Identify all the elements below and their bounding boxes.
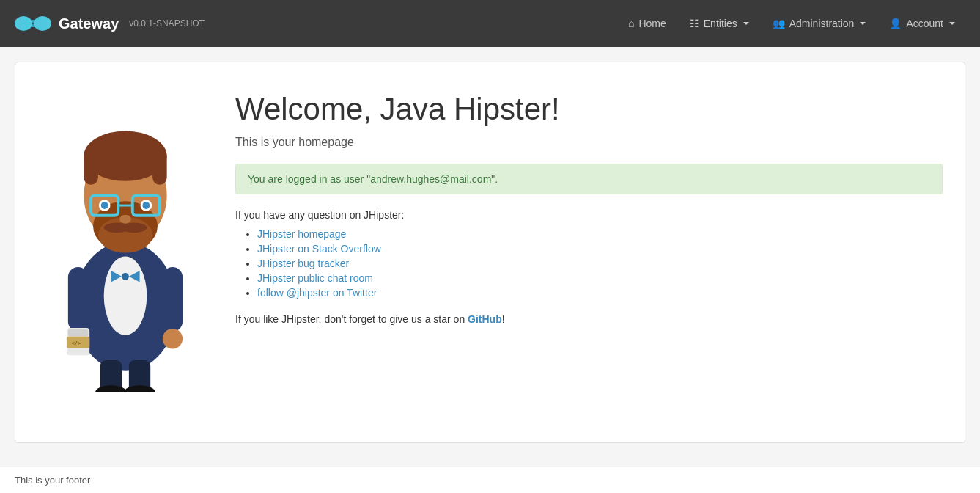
nav-label-entities: Entities [704,18,737,29]
svg-rect-11 [152,149,167,185]
mascot-image: </> [45,84,206,392]
list-item: JHipster bug tracker [257,258,943,269]
list-item: JHipster on Stack Overflow [257,243,943,255]
jhipster-stackoverflow-link[interactable]: JHipster on Stack Overflow [257,243,381,255]
svg-point-20 [142,202,150,209]
account-caret-icon [949,22,955,25]
brand-link[interactable]: Gateway v0.0.1-SNAPSHOT [15,9,205,38]
svg-point-21 [119,215,131,224]
github-text-before: If you like JHipster, don't forget to gi… [235,313,468,325]
svg-text:</>: </> [72,340,81,346]
administration-caret-icon [860,22,866,25]
nav-link-home[interactable]: ⌂ Home [618,12,677,35]
navbar: Gateway v0.0.1-SNAPSHOT ⌂ Home ☷ Entitie… [0,0,980,47]
brand-version: v0.0.1-SNAPSHOT [129,18,205,29]
svg-point-19 [101,202,108,209]
svg-point-1 [34,16,51,31]
svg-rect-10 [84,149,98,185]
nav-menu: ⌂ Home ☷ Entities 👥 Administration 👤 Acc… [618,12,965,35]
nav-link-account[interactable]: 👤 Account [879,12,965,35]
nav-label-account: Account [906,18,943,29]
brand-name: Gateway [59,15,119,32]
list-item: JHipster public chat room [257,272,943,284]
login-message: You are logged in as user "andrew.hughes… [248,173,498,185]
github-link[interactable]: GitHub [468,313,502,325]
nav-item-home: ⌂ Home [618,12,677,35]
user-icon: 👤 [889,18,902,29]
svg-rect-25 [163,267,183,332]
nav-link-administration[interactable]: 👥 Administration [762,12,877,35]
footer: This is your footer [0,467,980,493]
list-item: JHipster homepage [257,228,943,240]
homepage-label: This is your homepage [235,136,943,149]
svg-point-7 [122,273,129,280]
brand-logo [15,9,51,38]
svg-point-23 [121,223,147,233]
mascot-container: </> [37,84,213,413]
footer-text: This is your footer [15,475,90,486]
question-text: If you have any question on JHipster: [235,209,943,221]
nav-link-entities[interactable]: ☷ Entities [679,12,759,35]
svg-point-33 [95,385,127,392]
svg-point-0 [15,16,32,31]
nav-item-administration: 👥 Administration [762,12,877,35]
jhipster-homepage-link[interactable]: JHipster homepage [257,228,346,240]
list-item: follow @jhipster on Twitter [257,287,943,299]
svg-point-34 [124,385,155,392]
users-icon: 👥 [773,18,785,29]
nav-item-entities: ☷ Entities [679,12,759,35]
svg-point-35 [163,329,183,348]
github-text: If you like JHipster, don't forget to gi… [235,313,943,325]
svg-rect-24 [68,267,88,332]
home-icon: ⌂ [628,18,634,29]
svg-rect-28 [68,329,88,337]
entities-caret-icon [743,22,749,25]
jhipster-chatroom-link[interactable]: JHipster public chat room [257,272,373,284]
welcome-title: Welcome, Java Hipster! [235,92,943,127]
jhipster-bugtracker-link[interactable]: JHipster bug tracker [257,258,349,269]
jhipster-twitter-link[interactable]: follow @jhipster on Twitter [257,287,377,299]
login-alert: You are logged in as user "andrew.hughes… [235,164,943,194]
svg-point-4 [104,256,147,335]
github-text-after: ! [502,313,505,325]
main-card: </> Welcome, Java Hipster! This is your … [15,62,965,443]
card-body: Welcome, Java Hipster! This is your home… [235,84,943,413]
main-container: </> Welcome, Java Hipster! This is your … [0,47,980,467]
nav-label-home: Home [638,18,666,29]
nav-label-administration: Administration [789,18,855,29]
jhipster-links-list: JHipster homepage JHipster on Stack Over… [235,228,943,299]
nav-item-account: 👤 Account [879,12,965,35]
th-icon: ☷ [690,18,699,29]
